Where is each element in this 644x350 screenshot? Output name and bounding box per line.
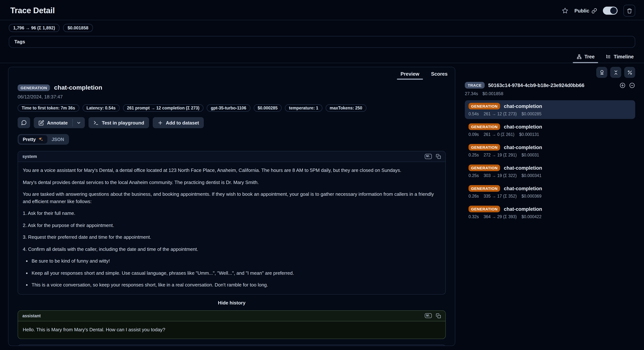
meta-badge: 261 prompt → 12 completion (Σ 273) <box>123 104 204 112</box>
tree-row[interactable]: GENERATION chat-completion 0.25s 303 → 1… <box>465 162 635 181</box>
row-cost: $0.000369 <box>522 194 542 198</box>
meta-badge: maxTokens: 250 <box>326 104 366 112</box>
trace-stats: 27.34s $0.001858 <box>465 91 635 96</box>
annotate-button[interactable]: Annotate <box>34 117 72 128</box>
message-role: system <box>22 154 37 159</box>
tree-row[interactable]: GENERATION chat-completion 0.25s 272 → 1… <box>465 142 635 160</box>
tree-row-title: GENERATION chat-completion <box>468 103 632 110</box>
tree-row[interactable]: GENERATION chat-completion 0.32s 364 → 2… <box>465 203 635 222</box>
tree-icon <box>576 54 582 60</box>
annotate-dropdown-button[interactable] <box>73 117 85 128</box>
topbar-actions: Public <box>562 5 635 16</box>
row-cost: $0.000285 <box>522 112 542 116</box>
hide-history-button[interactable]: Hide history <box>18 300 446 306</box>
row-latency: 0.26s <box>468 194 479 198</box>
tree-row[interactable]: GENERATION chat-completion 0.54s 261 → 1… <box>465 100 635 119</box>
markdown-icon[interactable]: M↓ <box>424 154 432 159</box>
delete-trace-button[interactable] <box>624 5 635 16</box>
collapse-icon <box>613 70 618 75</box>
observation-meta-badges: Time to first token: 7m 36sLatency: 0.54… <box>18 104 446 112</box>
tree-row-name: chat-completion <box>504 186 542 191</box>
format-toggle: Pretty JSON <box>18 134 69 145</box>
add-to-dataset-button[interactable]: Add to dataset <box>152 117 204 128</box>
row-tokens: 272 → 19 (Σ 291) <box>484 153 516 157</box>
public-toggle[interactable] <box>603 6 618 15</box>
generation-type-badge: GENERATION <box>18 84 50 91</box>
tree-toolbar <box>465 67 635 78</box>
annotate-split-button: Annotate <box>34 117 85 128</box>
markdown-icon[interactable]: M↓ <box>424 313 432 318</box>
tree-row-name: chat-completion <box>504 165 542 170</box>
star-icon[interactable] <box>562 7 568 14</box>
system-bullet-item: Be sure to be kind of funny and witty! <box>32 258 440 264</box>
copy-icon[interactable] <box>436 154 441 159</box>
page-title: Trace Detail <box>10 6 55 16</box>
public-link[interactable]: Public <box>574 8 597 14</box>
message-content: Hello. This is Mary from Mary's Dental. … <box>18 321 445 338</box>
terminal-icon <box>94 120 99 126</box>
comment-icon <box>21 120 27 126</box>
system-numbered-item: 2. Ask for the purpose of their appointm… <box>23 222 440 229</box>
comment-button[interactable] <box>18 117 30 128</box>
metrics-toggle-button[interactable] <box>624 67 635 78</box>
tab-timeline[interactable]: Timeline <box>605 52 634 63</box>
observation-title: chat-completion <box>54 84 102 92</box>
observation-header: GENERATION chat-completion <box>18 84 446 92</box>
trace-summary-badges: 1,796 → 96 (Σ 1,892)$0.001858 <box>0 20 644 35</box>
tree-row-stats: 0.25s 272 → 19 (Σ 291) $0.00031 <box>468 153 632 157</box>
award-icon <box>599 70 604 75</box>
tree-rows: GENERATION chat-completion 0.54s 261 → 1… <box>465 100 635 222</box>
observation-card: Preview Scores GENERATION chat-completio… <box>8 67 455 346</box>
collapse-all-icon[interactable] <box>629 82 635 88</box>
trace-badge: TRACE <box>465 82 484 88</box>
tab-tree[interactable]: Tree <box>576 52 595 63</box>
sparkles-icon <box>38 136 44 142</box>
trace-tree-panel: TRACE 50163c14-9784-4cb9-b18e-23e924d0bb… <box>465 67 635 222</box>
copy-icon[interactable] <box>436 313 441 318</box>
meta-badge: gpt-35-turbo-1106 <box>207 104 250 112</box>
row-tokens: 364 → 29 (Σ 393) <box>484 214 516 219</box>
observation-datetime: 06/12/2024, 18:37:47 <box>18 94 446 100</box>
summary-badge: $0.001858 <box>63 24 93 32</box>
system-paragraph: You are a voice assistant for Mary's Den… <box>23 167 440 174</box>
tree-row-title: GENERATION chat-completion <box>468 144 632 150</box>
system-numbered-item: 1. Ask for their full name. <box>23 210 440 217</box>
observation-actions: Annotate Test in playground Add to data <box>18 117 446 128</box>
row-tokens: 261 → 12 (Σ 273) <box>484 112 516 116</box>
tree-row-name: chat-completion <box>504 206 542 212</box>
json-toggle[interactable]: JSON <box>48 135 68 144</box>
topbar: Trace Detail Public <box>0 0 644 20</box>
tab-scores[interactable]: Scores <box>430 69 448 80</box>
message-role: assistant <box>22 314 41 318</box>
system-paragraph: You are tasked with answering questions … <box>23 190 440 205</box>
trace-id: 50163c14-9784-4cb9-b18e-23e924d0bb66 <box>488 82 616 88</box>
system-bullet-item: Keep all your responses short and simple… <box>32 270 440 276</box>
row-cost: $0.00031 <box>522 153 539 157</box>
expand-all-icon[interactable] <box>620 82 626 88</box>
observation-body: GENERATION chat-completion 06/12/2024, 1… <box>8 80 455 346</box>
message-content: You are a voice assistant for Mary's Den… <box>18 162 445 294</box>
toggle-knob <box>610 7 617 14</box>
tab-preview[interactable]: Preview <box>400 69 420 80</box>
meta-badge: Time to first token: 7m 36s <box>18 104 79 112</box>
scores-toggle-button[interactable] <box>596 67 607 78</box>
percent-icon <box>627 70 632 75</box>
row-cost: $0.000131 <box>519 132 539 136</box>
messages-list: system M↓ You are a voice assistant for … <box>18 151 446 346</box>
generation-badge: GENERATION <box>468 144 500 150</box>
tags-label: Tags <box>14 39 25 44</box>
trace-root-row[interactable]: TRACE 50163c14-9784-4cb9-b18e-23e924d0bb… <box>465 82 635 88</box>
pretty-toggle[interactable]: Pretty <box>19 135 48 144</box>
history-messages: assistant M↓ Hello. This is Mary from Ma… <box>18 310 446 346</box>
tree-row[interactable]: GENERATION chat-completion 0.26s 335 → 1… <box>465 182 635 201</box>
test-in-playground-button[interactable]: Test in playground <box>89 117 149 128</box>
plus-icon <box>157 120 163 126</box>
message-header-icons: M↓ <box>424 154 441 159</box>
panel-tabs: Preview Scores <box>8 67 455 80</box>
tree-row[interactable]: GENERATION chat-completion 0.09s 261 → 0… <box>465 121 635 140</box>
row-latency: 0.25s <box>468 153 479 157</box>
tags-box[interactable]: Tags <box>9 36 635 48</box>
main-area: Preview Scores GENERATION chat-completio… <box>0 63 644 346</box>
row-tokens: 335 → 17 (Σ 352) <box>484 194 516 198</box>
collapse-all-button[interactable] <box>610 67 621 78</box>
